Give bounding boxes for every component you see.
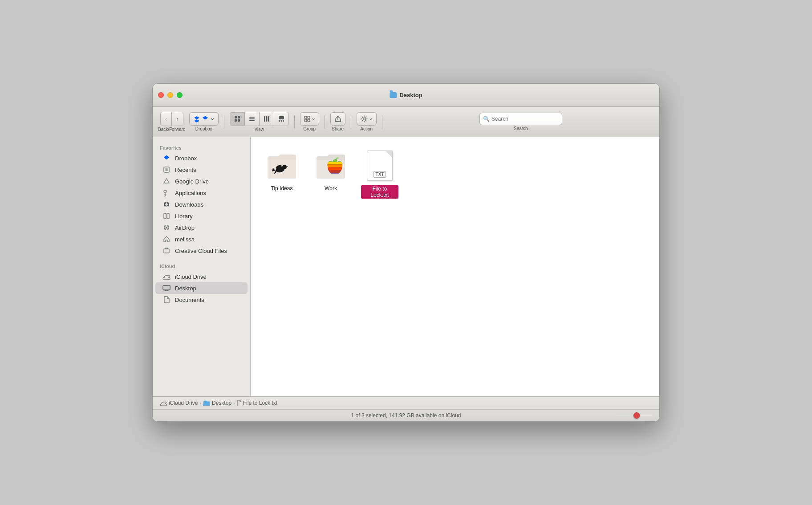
column-view-button[interactable] bbox=[260, 112, 274, 126]
svg-rect-46 bbox=[327, 167, 343, 170]
sidebar: Favorites Dropbox bbox=[153, 137, 251, 396]
svg-rect-9 bbox=[266, 116, 267, 122]
share-icon bbox=[334, 115, 341, 122]
file-item-filetolock[interactable]: TXT File to Lock.txt bbox=[357, 146, 402, 202]
action-button[interactable] bbox=[357, 112, 377, 126]
svg-rect-18 bbox=[308, 119, 310, 122]
titlebar: Desktop bbox=[153, 84, 659, 107]
share-group: Share bbox=[330, 112, 345, 131]
window-folder-icon bbox=[390, 92, 397, 98]
library-sidebar-icon bbox=[162, 212, 171, 220]
sidebar-item-library[interactable]: Library bbox=[155, 210, 248, 222]
svg-rect-8 bbox=[264, 116, 265, 122]
sidebar-label-creativecloud: Creative Cloud Files bbox=[175, 248, 227, 254]
svg-rect-6 bbox=[249, 118, 255, 119]
work-icon bbox=[315, 150, 347, 182]
breadcrumb-file-label: File to Lock.txt bbox=[243, 400, 277, 406]
sidebar-item-downloads[interactable]: Downloads bbox=[155, 199, 248, 210]
file-item-work[interactable]: Work bbox=[309, 146, 353, 202]
filetolock-icon: TXT bbox=[364, 150, 396, 182]
action-label: Action bbox=[360, 126, 373, 131]
svg-rect-16 bbox=[308, 116, 310, 118]
sidebar-item-airdrop[interactable]: AirDrop bbox=[155, 222, 248, 233]
dropbox-icon bbox=[193, 115, 200, 122]
back-forward-group: ‹ › Back/Forward bbox=[158, 112, 186, 132]
forward-button[interactable]: › bbox=[172, 112, 183, 126]
group-label: Group bbox=[303, 126, 316, 131]
breadcrumb-folder-icon bbox=[203, 400, 210, 406]
sidebar-item-icloudrive[interactable]: iCloud Drive bbox=[155, 271, 248, 282]
dropbox-toolbar-group: Dropbox bbox=[189, 112, 219, 131]
svg-point-42 bbox=[282, 165, 287, 169]
minimize-button[interactable] bbox=[167, 92, 173, 98]
sidebar-item-googledrive[interactable]: Google Drive bbox=[155, 175, 248, 187]
svg-line-29 bbox=[165, 195, 166, 196]
svg-rect-2 bbox=[238, 116, 240, 118]
icloud-sidebar-icon bbox=[162, 273, 171, 281]
tipideas-label: Tip Ideas bbox=[271, 185, 293, 191]
sidebar-label-recents: Recents bbox=[175, 167, 196, 173]
size-slider[interactable] bbox=[617, 415, 652, 416]
breadcrumb-bar: iCloud Drive › Desktop › File to Lock.tx… bbox=[153, 397, 659, 410]
close-button[interactable] bbox=[158, 92, 164, 98]
svg-marker-0 bbox=[202, 116, 208, 122]
toolbar: ‹ › Back/Forward bbox=[153, 107, 659, 137]
file-area: Tip Ideas bbox=[251, 137, 659, 396]
airdrop-sidebar-icon bbox=[162, 224, 171, 232]
status-text: 1 of 3 selected, 141.92 GB available on … bbox=[195, 412, 617, 419]
separator-3 bbox=[325, 115, 325, 129]
breadcrumb-file[interactable]: File to Lock.txt bbox=[237, 400, 277, 406]
group-dropdown-icon bbox=[312, 117, 315, 121]
tipideas-icon bbox=[266, 150, 298, 182]
window-title: Desktop bbox=[390, 92, 422, 98]
group-button[interactable] bbox=[300, 112, 319, 126]
svg-rect-1 bbox=[235, 116, 237, 118]
maximize-button[interactable] bbox=[177, 92, 183, 98]
svg-rect-17 bbox=[304, 119, 307, 122]
svg-rect-44 bbox=[327, 162, 343, 164]
downloads-sidebar-icon bbox=[162, 200, 171, 208]
share-button[interactable] bbox=[330, 112, 345, 126]
sidebar-label-downloads: Downloads bbox=[175, 201, 203, 208]
group-icon bbox=[304, 116, 310, 122]
breadcrumb-desktop-label: Desktop bbox=[212, 400, 231, 406]
svg-rect-7 bbox=[249, 120, 255, 121]
file-item-tipideas[interactable]: Tip Ideas bbox=[260, 146, 304, 202]
svg-rect-12 bbox=[279, 120, 280, 122]
sidebar-label-icloudrive: iCloud Drive bbox=[175, 273, 207, 280]
svg-rect-37 bbox=[163, 285, 170, 290]
svg-rect-5 bbox=[249, 117, 255, 118]
work-label: Work bbox=[325, 185, 337, 191]
action-group: Action bbox=[357, 112, 377, 131]
svg-rect-11 bbox=[279, 116, 284, 119]
sidebar-item-recents[interactable]: Recents bbox=[155, 164, 248, 175]
svg-rect-14 bbox=[283, 120, 284, 122]
sidebar-item-melissa[interactable]: melissa bbox=[155, 233, 248, 245]
icon-view-button[interactable] bbox=[230, 112, 245, 126]
search-input[interactable] bbox=[479, 113, 562, 125]
sidebar-item-documents[interactable]: Documents bbox=[155, 294, 248, 305]
recents-sidebar-icon bbox=[162, 166, 171, 174]
desktop-sidebar-icon bbox=[162, 284, 171, 292]
separator-1 bbox=[224, 115, 224, 129]
list-view-button[interactable] bbox=[245, 112, 260, 126]
breadcrumb-desktop[interactable]: Desktop bbox=[203, 400, 231, 406]
svg-rect-45 bbox=[327, 164, 343, 167]
back-button[interactable]: ‹ bbox=[161, 112, 172, 126]
nav-buttons: ‹ › bbox=[160, 112, 183, 126]
svg-rect-15 bbox=[304, 116, 307, 118]
svg-point-25 bbox=[164, 190, 166, 193]
dropbox-sidebar-icon bbox=[162, 154, 171, 162]
sidebar-item-creativecloud[interactable]: Creative Cloud Files bbox=[155, 245, 248, 257]
search-wrap: 🔍 bbox=[479, 113, 562, 125]
sidebar-item-applications[interactable]: Applications bbox=[155, 187, 248, 199]
dropbox-toolbar-button[interactable] bbox=[189, 112, 219, 126]
sidebar-item-desktop[interactable]: Desktop bbox=[155, 282, 248, 294]
breadcrumb-icloud[interactable]: iCloud Drive bbox=[160, 400, 198, 406]
creativecloud-sidebar-icon bbox=[162, 247, 171, 255]
gallery-view-button[interactable] bbox=[274, 112, 288, 126]
svg-rect-34 bbox=[167, 213, 169, 219]
view-buttons bbox=[230, 112, 289, 126]
slider-thumb[interactable] bbox=[633, 412, 640, 419]
sidebar-item-dropbox[interactable]: Dropbox bbox=[155, 152, 248, 164]
